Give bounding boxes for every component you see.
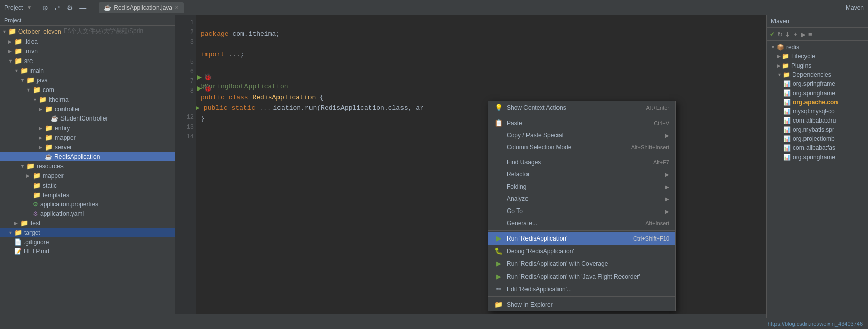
menu-edit[interactable]: ✏ Edit 'RedisApplication'... — [488, 283, 675, 295]
generate-label: Generate... — [507, 220, 537, 227]
tree-item-appyaml[interactable]: ⚙ application.yaml — [0, 209, 175, 218]
menu-paste[interactable]: 📋 Paste Ctrl+V — [488, 116, 675, 129]
mybatis-label: org.mybatis.spr — [793, 126, 834, 133]
maven-run-icon[interactable]: ▶ — [801, 31, 806, 38]
menu-goto[interactable]: Go To ▶ — [488, 205, 675, 217]
col-sel-shortcut: Alt+Shift+Insert — [631, 144, 669, 151]
maven-dep-mybatis[interactable]: 📊 org.mybatis.spr — [767, 125, 868, 134]
tree-item-redisapplication[interactable]: ☕ RedisApplication — [0, 152, 175, 161]
tree-item-controller[interactable]: ▶ 📁 controller — [0, 104, 175, 114]
minimize-icon[interactable]: — — [77, 3, 88, 13]
menu-column-selection[interactable]: Column Selection Mode Alt+Shift+Insert — [488, 141, 675, 154]
maven-dep-1[interactable]: 📊 org.springframe — [767, 79, 868, 88]
tree-item-helpmd[interactable]: 📝 HELP.md — [0, 247, 175, 256]
add-icon[interactable]: ⊕ — [40, 3, 50, 13]
maven-dep-spring3[interactable]: 📊 org.springframe — [767, 153, 868, 162]
controller-label: controller — [55, 106, 80, 113]
studentcontroller-icon: ☕ — [51, 115, 58, 122]
divider-2 — [488, 155, 675, 155]
tree-item-main[interactable]: ▼ 📁 main — [0, 66, 175, 75]
tree-item-templates[interactable]: 📁 templates — [0, 190, 175, 200]
menu-refactor[interactable]: Refactor ▶ — [488, 168, 675, 181]
copy-paste-label: Copy / Paste Special — [507, 132, 563, 139]
com-label: com — [43, 86, 54, 94]
run-left-icon[interactable]: ▶ — [196, 104, 200, 112]
gutter-debug-icon-6[interactable]: 🐞 — [204, 73, 212, 81]
dependencies-icon: 📁 — [783, 71, 790, 78]
tree-item-server[interactable]: ▶ 📁 server — [0, 142, 175, 152]
server-icon: 📁 — [45, 143, 53, 151]
tree-item-itheima[interactable]: ▼ 📁 itheima — [0, 95, 175, 104]
maven-dependencies[interactable]: ▼ 📁 Dependencies — [767, 70, 868, 79]
menu-folding[interactable]: Folding ▶ — [488, 181, 675, 193]
sidebar-header: Project — [0, 15, 175, 26]
maven-download-icon[interactable]: ⬇ — [785, 31, 790, 38]
tree-root[interactable]: ▼ 📁 October_eleven E:\个人文件夹\大学课程\Sprin — [0, 26, 175, 37]
maven-menu-icon[interactable]: ≡ — [808, 31, 812, 38]
lifecycle-icon: 📁 — [782, 53, 789, 60]
tree-item-target[interactable]: ▼ 📁 target — [0, 228, 175, 237]
line-num-8: 8 — [177, 86, 194, 96]
tree-item-src[interactable]: ▼ 📁 src — [0, 56, 175, 66]
tree-item-mapper[interactable]: ▶ 📁 mapper — [0, 133, 175, 142]
maven-dep-apache[interactable]: 📊 org.apache.con — [767, 98, 868, 107]
paste-label: Paste — [507, 119, 522, 127]
line-num-1: 1 — [177, 18, 194, 28]
maven-dep-alibaba[interactable]: 📊 com.alibaba:dru — [767, 116, 868, 125]
maven-root-arrow: ▼ — [771, 45, 776, 50]
gutter-icons-line7: ▶ 🐞 — [197, 84, 212, 92]
menu-copy-paste-special[interactable]: Copy / Paste Special ▶ — [488, 129, 675, 141]
maven-dep-mysql[interactable]: 📊 mysql:mysql-co — [767, 107, 868, 116]
line-num-7: 7 — [177, 77, 194, 86]
tree-item-test[interactable]: ▶ 📁 test — [0, 218, 175, 228]
gutter-debug-icon-7[interactable]: 🐞 — [204, 84, 212, 92]
project-sidebar: Project ▼ 📁 October_eleven E:\个人文件夹\大学课程… — [0, 15, 175, 318]
tab-close-icon[interactable]: ✕ — [175, 5, 179, 10]
maven-root[interactable]: ▼ 📦 redis — [767, 43, 868, 52]
menu-run-jfr[interactable]: ▶ Run 'RedisApplication' with 'Java Flig… — [488, 270, 675, 283]
sync-icon[interactable]: ⇄ — [52, 3, 63, 13]
menu-show-context[interactable]: 💡 Show Context Actions Alt+Enter — [488, 101, 675, 114]
menu-debug[interactable]: 🐛 Debug 'RedisApplication' — [488, 245, 675, 257]
menu-run[interactable]: ▶ Run 'RedisApplication' Ctrl+Shift+F10 — [488, 232, 675, 245]
main-label: main — [30, 67, 44, 74]
maven-refresh-icon[interactable]: ↻ — [777, 31, 783, 38]
mvn-icon: 📁 — [14, 47, 22, 55]
tree-item-com[interactable]: ▼ 📁 com — [0, 85, 175, 95]
gutter-run-icon-7[interactable]: ▶ — [197, 84, 202, 92]
maven-add-icon[interactable]: ＋ — [792, 29, 799, 39]
tree-item-idea[interactable]: ▶ 📁 .idea — [0, 37, 175, 46]
col-sel-label: Column Selection Mode — [507, 144, 571, 151]
code-editor[interactable]: package com.itheima; import ...; @Spring… — [196, 15, 766, 314]
redisapp-icon: ☕ — [45, 153, 52, 160]
tree-item-static[interactable]: 📁 static — [0, 181, 175, 190]
tree-item-mapper2[interactable]: ▶ 📁 mapper — [0, 171, 175, 181]
maven-dep-2[interactable]: 📊 org.springframe — [767, 88, 868, 98]
maven-dep-fastjson[interactable]: 📊 com.alibaba:fas — [767, 143, 868, 153]
menu-find-usages[interactable]: Find Usages Alt+F7 — [488, 156, 675, 168]
project-label[interactable]: Project — [4, 4, 23, 11]
entiry-icon: 📁 — [45, 124, 53, 132]
tree-item-gitignore[interactable]: 📄 .gitignore — [0, 237, 175, 247]
maven-check-icon[interactable]: ✔ — [770, 31, 775, 38]
tree-item-entiry[interactable]: ▶ 📁 entiry — [0, 123, 175, 133]
plugins-label: Plugins — [791, 62, 811, 69]
menu-run-coverage[interactable]: ▶ Run 'RedisApplication' with Coverage — [488, 257, 675, 270]
main-content: Project ▼ 📁 October_eleven E:\个人文件夹\大学课程… — [0, 15, 868, 318]
menu-show-explorer[interactable]: 📁 Show in Explorer — [488, 298, 675, 311]
dropdown-icon[interactable]: ▼ — [27, 5, 32, 10]
horizontal-scrollbar[interactable] — [175, 314, 766, 318]
tree-item-resources[interactable]: ▼ 📁 resources — [0, 161, 175, 171]
tree-item-java[interactable]: ▼ 📁 java — [0, 75, 175, 85]
gutter-run-icon-6[interactable]: ▶ — [197, 73, 202, 81]
editor-tab-title[interactable]: ☕ RedisApplication.java ✕ — [99, 2, 184, 13]
maven-lifecycle[interactable]: ▶ 📁 Lifecycle — [767, 52, 868, 61]
settings-icon[interactable]: ⚙ — [65, 3, 75, 13]
tree-item-studentcontroller[interactable]: ☕ StudentController — [0, 114, 175, 123]
tree-item-appprops[interactable]: ⚙ application.properties — [0, 200, 175, 209]
menu-analyze[interactable]: Analyze ▶ — [488, 193, 675, 205]
maven-dep-lombok[interactable]: 📊 org.projectlomb — [767, 134, 868, 143]
maven-plugins[interactable]: ▶ 📁 Plugins — [767, 61, 868, 70]
tree-item-mvn[interactable]: ▶ 📁 .mvn — [0, 46, 175, 56]
menu-generate[interactable]: Generate... Alt+Insert — [488, 217, 675, 229]
